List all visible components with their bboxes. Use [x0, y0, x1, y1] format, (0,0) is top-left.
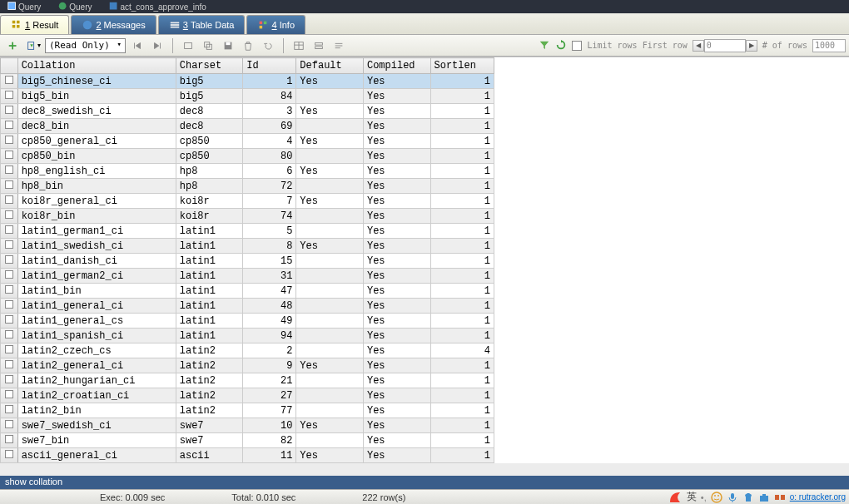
cell-sortlen[interactable]: 1 — [430, 388, 494, 403]
column-header[interactable]: Collation — [17, 58, 176, 74]
cell-compiled[interactable]: Yes — [363, 89, 430, 104]
cell-sortlen[interactable]: 1 — [430, 89, 494, 104]
cell-sortlen[interactable]: 1 — [430, 403, 494, 418]
cell-sortlen[interactable]: 1 — [430, 224, 494, 239]
cell-default[interactable] — [296, 119, 364, 134]
cell-charset[interactable]: ascii — [176, 448, 243, 463]
cell-default[interactable] — [296, 284, 364, 299]
next-icon[interactable]: ▶ — [746, 40, 757, 52]
cell-id[interactable]: 74 — [243, 209, 296, 224]
cell-sortlen[interactable]: 1 — [430, 104, 494, 119]
cell-sortlen[interactable]: 1 — [430, 358, 494, 373]
cell-id[interactable]: 47 — [243, 284, 296, 299]
row-selector[interactable] — [1, 149, 18, 164]
cell-id[interactable]: 3 — [243, 104, 296, 119]
cell-compiled[interactable]: Yes — [363, 299, 430, 314]
cell-compiled[interactable]: Yes — [363, 164, 430, 179]
cell-sortlen[interactable]: 1 — [430, 373, 494, 388]
duplicate-button[interactable] — [200, 37, 216, 54]
cell-sortlen[interactable]: 1 — [430, 448, 494, 463]
cell-charset[interactable]: latin2 — [176, 358, 243, 373]
cell-collation[interactable]: swe7_bin — [17, 433, 176, 448]
cell-charset[interactable]: latin1 — [176, 239, 243, 254]
column-header[interactable] — [1, 58, 18, 74]
table-row[interactable]: koi8r_general_cikoi8r7YesYes1 — [1, 194, 494, 209]
cell-collation[interactable]: latin1_german2_ci — [17, 269, 176, 284]
cell-collation[interactable]: dec8_bin — [17, 119, 176, 134]
cell-compiled[interactable]: Yes — [363, 433, 430, 448]
cell-id[interactable]: 9 — [243, 358, 296, 373]
table-row[interactable]: cp850_general_cicp8504YesYes1 — [1, 134, 494, 149]
table-row[interactable]: latin1_general_cslatin149Yes1 — [1, 314, 494, 329]
row-selector[interactable] — [1, 74, 18, 89]
cell-collation[interactable]: latin2_hungarian_ci — [17, 373, 176, 388]
tab-tabledata[interactable]: 3 Table Data — [158, 15, 246, 34]
cell-collation[interactable]: latin2_czech_cs — [17, 343, 176, 358]
form-view-button[interactable] — [310, 37, 327, 54]
row-selector[interactable] — [1, 373, 18, 388]
cell-default[interactable] — [296, 209, 364, 224]
row-selector[interactable] — [1, 418, 18, 433]
row-selector[interactable] — [1, 224, 18, 239]
delete-button[interactable] — [240, 37, 256, 54]
cell-collation[interactable]: latin2_general_ci — [17, 358, 176, 373]
cell-compiled[interactable]: Yes — [363, 284, 430, 299]
cell-collation[interactable]: latin2_croatian_ci — [17, 388, 176, 403]
cell-compiled[interactable]: Yes — [363, 358, 430, 373]
cell-charset[interactable]: koi8r — [176, 194, 243, 209]
table-row[interactable]: big5_binbig584Yes1 — [1, 89, 494, 104]
cell-charset[interactable]: koi8r — [176, 209, 243, 224]
table-row[interactable]: swe7_binswe782Yes1 — [1, 433, 494, 448]
row-selector[interactable] — [1, 179, 18, 194]
cell-compiled[interactable]: Yes — [363, 149, 430, 164]
cell-collation[interactable]: latin1_swedish_ci — [17, 239, 176, 254]
cell-sortlen[interactable]: 1 — [430, 209, 494, 224]
cell-default[interactable]: Yes — [296, 134, 364, 149]
row-selector[interactable] — [1, 269, 18, 284]
cell-charset[interactable]: latin2 — [176, 373, 243, 388]
cell-default[interactable] — [296, 269, 364, 284]
cell-compiled[interactable]: Yes — [363, 418, 430, 433]
cell-collation[interactable]: latin2_bin — [17, 403, 176, 418]
cell-collation[interactable]: koi8r_bin — [17, 209, 176, 224]
cell-charset[interactable]: latin1 — [176, 224, 243, 239]
row-selector[interactable] — [1, 388, 18, 403]
tab-info[interactable]: 4 Info — [246, 15, 305, 34]
row-selector[interactable] — [1, 254, 18, 269]
column-header[interactable]: Charset — [176, 58, 243, 74]
cell-default[interactable] — [296, 299, 364, 314]
cell-compiled[interactable]: Yes — [363, 209, 430, 224]
cell-default[interactable]: Yes — [296, 194, 364, 209]
cell-id[interactable]: 49 — [243, 314, 296, 329]
cell-id[interactable]: 2 — [243, 343, 296, 358]
cell-charset[interactable]: latin2 — [176, 343, 243, 358]
cell-sortlen[interactable]: 1 — [430, 74, 494, 89]
table-row[interactable]: hp8_binhp872Yes1 — [1, 179, 494, 194]
cell-charset[interactable]: latin1 — [176, 284, 243, 299]
limit-rows-checkbox[interactable] — [572, 41, 582, 51]
prev-icon[interactable]: ◀ — [693, 40, 704, 52]
cell-compiled[interactable]: Yes — [363, 388, 430, 403]
cell-id[interactable]: 5 — [243, 224, 296, 239]
cell-charset[interactable]: latin1 — [176, 299, 243, 314]
cell-collation[interactable]: latin1_german1_ci — [17, 224, 176, 239]
column-header[interactable]: Compiled — [363, 58, 430, 74]
cell-compiled[interactable]: Yes — [363, 119, 430, 134]
cell-id[interactable]: 82 — [243, 433, 296, 448]
table-row[interactable]: dec8_bindec869Yes1 — [1, 119, 494, 134]
row-selector[interactable] — [1, 164, 18, 179]
cell-collation[interactable]: cp850_general_ci — [17, 134, 176, 149]
text-view-button[interactable] — [330, 37, 347, 54]
cell-sortlen[interactable]: 4 — [430, 343, 494, 358]
export-button[interactable]: ▾ — [25, 37, 42, 54]
cell-default[interactable]: Yes — [296, 74, 364, 89]
cell-charset[interactable]: latin2 — [176, 388, 243, 403]
cell-id[interactable]: 31 — [243, 269, 296, 284]
cell-sortlen[interactable]: 1 — [430, 239, 494, 254]
grid-view-button[interactable] — [290, 37, 307, 54]
editor-tab[interactable]: Query — [7, 1, 41, 12]
insert-button[interactable] — [180, 37, 196, 54]
cell-charset[interactable]: latin1 — [176, 254, 243, 269]
cell-compiled[interactable]: Yes — [363, 179, 430, 194]
cell-id[interactable]: 48 — [243, 299, 296, 314]
